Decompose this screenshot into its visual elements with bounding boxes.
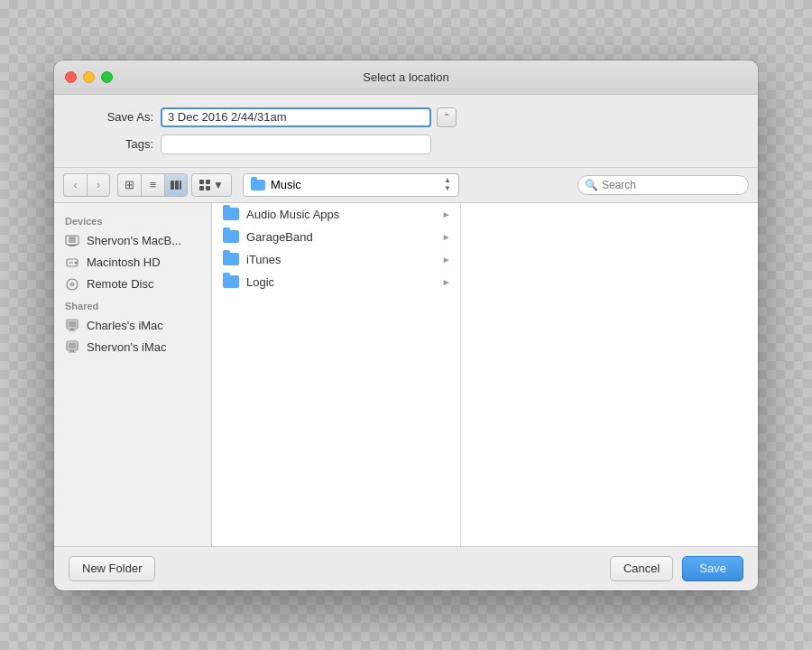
file-item-garageband[interactable]: GarageBand ►	[212, 226, 460, 248]
file-item-logic[interactable]: Logic ►	[212, 271, 460, 293]
arrange-chevron: ▼	[213, 179, 224, 191]
shared-section-label: Shared	[54, 295, 211, 315]
new-folder-button[interactable]: New Folder	[69, 556, 155, 581]
svg-rect-1	[175, 181, 179, 190]
folder-icon-garageband	[223, 230, 239, 243]
save-dialog-window: Select a location Save As: ⌃ Tags: ‹ › ⊞…	[54, 60, 758, 590]
close-button[interactable]	[65, 71, 77, 83]
devices-section-label: Devices	[54, 210, 211, 230]
svg-rect-8	[69, 237, 76, 243]
chevron-icon: ►	[442, 209, 451, 219]
sidebar-item-label: Charles's iMac	[87, 319, 163, 332]
computer-icon	[65, 234, 79, 248]
file-name: Audio Music Apps	[246, 208, 339, 221]
sidebar-item-macbook[interactable]: Shervon's MacB...	[54, 230, 211, 252]
svg-rect-6	[206, 186, 210, 190]
svg-rect-24	[69, 351, 76, 352]
view-column-button[interactable]	[164, 173, 188, 197]
chevron-icon: ►	[442, 232, 451, 242]
drive-icon	[65, 255, 79, 270]
folder-icon	[251, 180, 265, 190]
view-icon-button[interactable]: ⊞	[117, 173, 141, 197]
folder-icon-audio	[223, 208, 239, 220]
svg-rect-4	[206, 180, 210, 184]
location-text: Music	[271, 178, 301, 191]
file-name: iTunes	[246, 253, 281, 266]
forward-button[interactable]: ›	[87, 173, 110, 197]
titlebar: Select a location	[54, 60, 758, 95]
imac-icon	[65, 319, 79, 333]
header-form: Save As: ⌃ Tags:	[54, 95, 758, 168]
svg-rect-22	[69, 342, 77, 348]
search-field-wrap: 🔍	[577, 175, 749, 195]
window-controls	[65, 71, 113, 83]
svg-rect-2	[180, 181, 181, 190]
svg-rect-19	[70, 329, 74, 330]
cancel-button[interactable]: Cancel	[610, 556, 673, 581]
svg-rect-0	[171, 181, 174, 190]
location-selector[interactable]: Music ▲ ▼	[243, 173, 459, 197]
sidebar-item-shervon-imac[interactable]: Shervon's iMac	[54, 337, 211, 358]
nav-buttons: ‹ ›	[63, 173, 110, 197]
detail-pane	[461, 203, 758, 546]
footer: New Folder Cancel Save	[54, 546, 758, 590]
svg-point-12	[75, 261, 78, 264]
save-as-row: Save As: ⌃	[81, 107, 731, 127]
folder-icon-logic	[223, 275, 239, 288]
chevron-icon: ►	[442, 255, 451, 265]
sidebar-item-label: Remote Disc	[87, 277, 153, 291]
window-title: Select a location	[363, 70, 448, 84]
svg-rect-18	[69, 320, 77, 327]
search-input[interactable]	[577, 175, 749, 195]
footer-actions: Cancel Save	[610, 556, 743, 581]
svg-rect-23	[70, 350, 74, 352]
sidebar-item-label: Macintosh HD	[87, 255, 161, 269]
toolbar: ‹ › ⊞ ≡ ▼	[54, 168, 758, 203]
chevron-icon: ►	[442, 277, 451, 287]
tags-label: Tags:	[81, 137, 153, 151]
back-button[interactable]: ‹	[63, 173, 87, 197]
minimize-button[interactable]	[83, 71, 95, 83]
view-list-button[interactable]: ≡	[141, 173, 164, 197]
sidebar-item-charles-imac[interactable]: Charles's iMac	[54, 315, 211, 337]
imac-icon-2	[65, 340, 79, 355]
svg-rect-20	[69, 330, 76, 330]
sidebar-item-label: Shervon's iMac	[87, 340, 166, 354]
sidebar: Devices Shervon's MacB...	[54, 203, 212, 546]
content-area: Devices Shervon's MacB...	[54, 203, 758, 546]
file-item-itunes[interactable]: iTunes ►	[212, 248, 460, 271]
search-icon: 🔍	[585, 179, 598, 191]
disc-icon	[65, 277, 79, 292]
svg-rect-5	[199, 186, 204, 190]
arrange-button[interactable]: ▼	[191, 173, 232, 197]
sidebar-item-macintosh-hd[interactable]: Macintosh HD	[54, 252, 211, 274]
file-name: GarageBand	[246, 230, 313, 244]
save-as-label: Save As:	[81, 110, 153, 124]
tags-input[interactable]	[161, 135, 431, 154]
expand-button[interactable]: ⌃	[437, 107, 457, 127]
file-name: Logic	[246, 275, 274, 289]
svg-point-16	[71, 283, 73, 285]
sidebar-item-label: Shervon's MacB...	[87, 234, 181, 247]
sidebar-item-remote-disc[interactable]: Remote Disc	[54, 274, 211, 295]
file-pane: Audio Music Apps ► GarageBand ► iTunes ►…	[212, 203, 461, 546]
svg-rect-3	[199, 180, 204, 184]
save-button[interactable]: Save	[682, 556, 743, 581]
tags-row: Tags:	[81, 135, 731, 154]
view-buttons: ⊞ ≡	[117, 173, 188, 197]
maximize-button[interactable]	[101, 71, 113, 83]
save-as-input[interactable]	[161, 107, 431, 127]
file-item-audio-music-apps[interactable]: Audio Music Apps ►	[212, 203, 460, 226]
svg-rect-10	[68, 245, 77, 246]
folder-icon-itunes	[223, 253, 239, 265]
